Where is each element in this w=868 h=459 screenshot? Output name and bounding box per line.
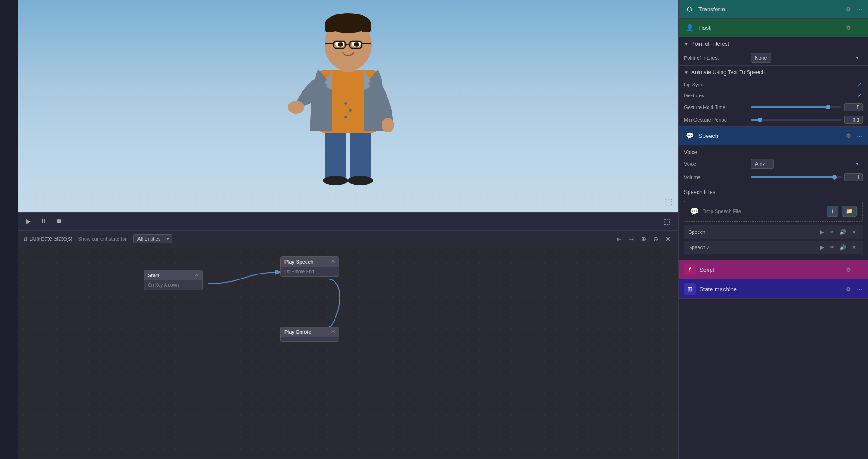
speech-file-1-play[interactable]: ▶ [818, 228, 826, 236]
transform-gear-icon[interactable]: ⚙ [846, 6, 851, 13]
play-emote-node[interactable]: Play Emote ✕ [280, 327, 339, 342]
state-machine-gear-icon[interactable]: ⚙ [846, 286, 851, 293]
speech-file-1-edit[interactable]: ✏ [828, 228, 836, 236]
play-speech-body: On Emote End [281, 267, 339, 276]
min-gesture-period-slider[interactable] [751, 119, 842, 121]
add-speech-file-button[interactable]: + [827, 206, 838, 217]
drop-zone-icon: 💬 [690, 207, 699, 216]
svg-point-23 [349, 109, 352, 112]
poi-section-title: Point of Interest [691, 41, 729, 47]
play-button[interactable]: ▶ [24, 216, 34, 227]
volume-row: Volume 1 [679, 171, 868, 184]
browse-speech-file-button[interactable]: 📁 [842, 206, 857, 217]
speech-files-label: Speech Files [684, 187, 863, 197]
start-node[interactable]: Start ✕ On Key A down [144, 270, 203, 290]
script-more-icon[interactable]: ⋯ [857, 266, 863, 273]
arrows-left-button[interactable]: ⇤ [614, 234, 624, 244]
play-speech-node[interactable]: Play Speech ✕ On Emote End [280, 256, 339, 277]
state-machine-more-icon[interactable]: ⋯ [857, 286, 863, 293]
host-section: 👤 Host ⚙ ⋯ [679, 19, 868, 37]
state-machine-title: State machine [699, 286, 840, 293]
play-emote-title: Play Emote [284, 329, 311, 335]
drop-speech-file-zone[interactable]: 💬 Drop Speech File + 📁 [684, 201, 863, 222]
host-icon: 👤 [684, 22, 695, 33]
gesture-hold-time-fill [751, 106, 828, 108]
host-gear-icon[interactable]: ⚙ [846, 24, 851, 31]
volume-value[interactable]: 1 [844, 173, 863, 181]
duplicate-icon: ⧉ [24, 236, 28, 242]
start-node-close[interactable]: ✕ [194, 273, 198, 278]
lip-sync-row: Lip Sync ✓ [679, 79, 868, 90]
speech-file-row-2: Speech 2 ▶ ✏ 🔊 ✕ [684, 241, 863, 254]
speech-file-2-close[interactable]: ✕ [850, 243, 858, 251]
start-node-body: On Key A down [144, 280, 202, 290]
speech-file-1-sound[interactable]: 🔊 [838, 228, 848, 236]
script-section: ƒ Script ⚙ ⋯ [679, 260, 868, 279]
speech-section: 💬 Speech ⚙ ⋯ Voice Voice Amy Brian Emma [679, 127, 868, 260]
play-speech-header: Play Speech ✕ [281, 257, 339, 267]
voice-row: Voice Amy Brian Emma [679, 156, 868, 171]
host-header[interactable]: 👤 Host ⚙ ⋯ [679, 19, 868, 37]
poi-sub-header[interactable]: ▼ Point of Interest [679, 37, 868, 51]
speech-file-2-edit[interactable]: ✏ [828, 243, 836, 251]
svg-point-24 [344, 116, 347, 118]
state-machine-icon: ⊞ [684, 283, 696, 295]
gesture-hold-time-slider[interactable] [751, 106, 842, 108]
zoom-in-button[interactable]: ⊕ [639, 234, 648, 244]
voice-dropdown-wrapper[interactable]: Amy Brian Emma [751, 159, 863, 169]
state-machine-canvas[interactable]: Start ✕ On Key A down Play Speech ✕ On E… [18, 247, 678, 459]
arrows-right-button[interactable]: ⇥ [627, 234, 636, 244]
animate-sub-header[interactable]: ▼ Animate Using Text To Speech [679, 66, 868, 79]
svg-point-22 [344, 102, 347, 105]
state-machine-section: ⊞ State machine ⚙ ⋯ [679, 279, 868, 299]
export-button[interactable]: ⬚ [660, 215, 673, 227]
script-gear-icon[interactable]: ⚙ [846, 266, 851, 273]
speech-file-2-sound[interactable]: 🔊 [838, 243, 848, 251]
min-gesture-period-label: Min Gesture Period [684, 117, 747, 123]
close-state-button[interactable]: ✕ [663, 234, 673, 244]
speech-more-icon[interactable]: ⋯ [857, 132, 863, 139]
transform-icon: ⬡ [684, 4, 695, 14]
pause-button[interactable]: ⏸ [38, 216, 49, 227]
play-emote-body [281, 337, 339, 341]
poi-dropdown[interactable]: None [751, 53, 771, 63]
speech-file-2-play[interactable]: ▶ [818, 243, 826, 251]
center-area: ⬚ ▶ ⏸ ⏹ ⬚ ⧉ Duplicate State(s) Show curr… [18, 0, 678, 459]
play-speech-close[interactable]: ✕ [331, 259, 335, 264]
poi-dropdown-wrapper[interactable]: None [751, 53, 863, 63]
volume-slider[interactable] [751, 176, 842, 178]
min-gesture-period-row: Min Gesture Period 0.1 [679, 114, 868, 126]
svg-rect-0 [326, 126, 346, 180]
duplicate-state-button[interactable]: ⧉ Duplicate State(s) [24, 236, 72, 242]
playback-controls: ▶ ⏸ ⏹ ⬚ [18, 212, 678, 230]
voice-dropdown[interactable]: Amy Brian Emma [751, 159, 774, 169]
host-more-icon[interactable]: ⋯ [857, 24, 863, 31]
state-machine-section-header[interactable]: ⊞ State machine ⚙ ⋯ [679, 279, 868, 298]
gestures-label: Gestures [684, 93, 747, 98]
entity-select[interactable]: All Entities [133, 234, 172, 243]
volume-slider-thumb [832, 175, 837, 180]
speech-gear-icon[interactable]: ⚙ [846, 132, 851, 139]
lip-sync-checkbox[interactable]: ✓ [857, 81, 863, 88]
gestures-checkbox[interactable]: ✓ [857, 92, 863, 99]
zoom-out-button[interactable]: ⊖ [651, 234, 660, 244]
svg-rect-10 [362, 23, 371, 32]
play-emote-close[interactable]: ✕ [331, 329, 335, 334]
poi-prop-label: Point of Interest [684, 55, 747, 61]
script-header[interactable]: ƒ Script ⚙ ⋯ [679, 260, 868, 279]
speech-header[interactable]: 💬 Speech ⚙ ⋯ [679, 127, 868, 145]
stop-button[interactable]: ⏹ [53, 216, 65, 227]
main-layout: ⬚ ▶ ⏸ ⏹ ⬚ ⧉ Duplicate State(s) Show curr… [0, 0, 868, 459]
volume-slider-fill [751, 176, 835, 178]
entity-select-wrapper[interactable]: All Entities [133, 234, 172, 243]
speech-file-1-close[interactable]: ✕ [850, 228, 858, 236]
transform-section: ⬡ Transform ⚙ ⋯ [679, 0, 868, 19]
gesture-hold-time-value[interactable]: 5 [844, 103, 863, 111]
gesture-hold-time-thumb [826, 105, 830, 109]
play-speech-subtitle: On Emote End [284, 269, 314, 274]
transform-header[interactable]: ⬡ Transform ⚙ ⋯ [679, 0, 868, 18]
show-current-label: Show current state for: [78, 236, 128, 241]
transform-more-icon[interactable]: ⋯ [857, 6, 863, 13]
animate-section: ▼ Animate Using Text To Speech Lip Sync … [679, 66, 868, 127]
min-gesture-period-value[interactable]: 0.1 [844, 116, 863, 124]
